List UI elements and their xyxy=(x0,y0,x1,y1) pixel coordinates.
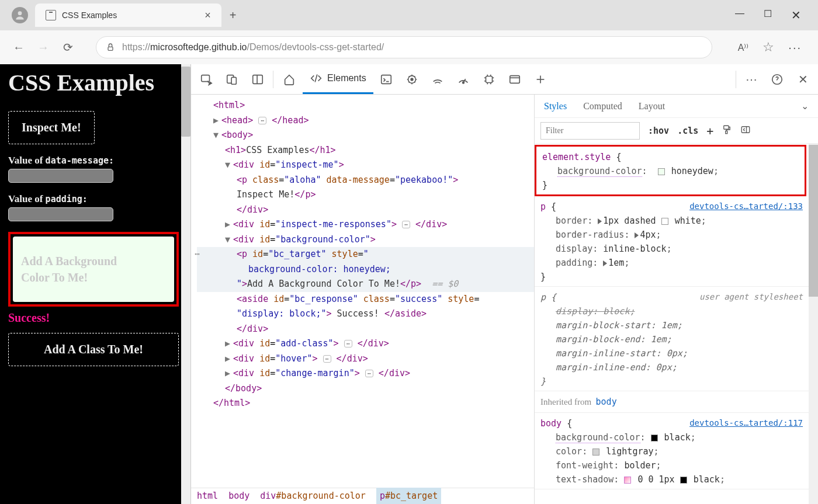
read-aloud-icon[interactable]: A⁾⁾ xyxy=(738,42,749,53)
breadcrumb-body[interactable]: body xyxy=(228,489,249,504)
styles-tab-computed[interactable]: Computed xyxy=(583,101,622,112)
devtools-panel: Elements ⋯ ✕ xyxy=(190,64,818,504)
network-tab-icon[interactable] xyxy=(425,67,450,92)
data-message-label: Value of data-message: xyxy=(8,155,179,166)
ua-p-rule: user agent stylesheet p { display: block… xyxy=(535,287,809,391)
help-icon[interactable] xyxy=(764,67,790,92)
cls-button[interactable]: .cls xyxy=(677,126,698,136)
window-controls: ― ☐ ✕ xyxy=(734,8,813,22)
styles-tabs: Styles Computed Layout ⌄ xyxy=(535,95,818,118)
forward-button[interactable]: → xyxy=(35,41,51,54)
favorite-icon[interactable]: ☆ xyxy=(762,40,774,55)
performance-tab-icon[interactable] xyxy=(450,67,476,92)
breadcrumb-html[interactable]: html xyxy=(197,489,218,504)
svg-rect-18 xyxy=(726,131,727,134)
breadcrumb[interactable]: html body div#background-color p#bc_targ… xyxy=(191,488,534,504)
styles-scrollbar[interactable] xyxy=(809,144,818,504)
lock-icon xyxy=(106,43,115,52)
svg-rect-5 xyxy=(253,75,263,84)
close-window-icon[interactable]: ✕ xyxy=(790,8,802,22)
styles-filter-input[interactable] xyxy=(540,122,640,140)
dock-icon[interactable] xyxy=(245,67,271,92)
devtools-close-icon[interactable]: ✕ xyxy=(790,67,816,92)
inherited-from-label: Inherited from body xyxy=(535,391,809,413)
padding-label: Value of padding: xyxy=(8,193,179,205)
devtools-more-icon[interactable]: ⋯ xyxy=(739,67,764,92)
computed-sidebar-icon[interactable] xyxy=(740,124,751,137)
elements-panel: <html> ▶<head> ⋯ </head> ▼<body> <h1>CSS… xyxy=(191,95,534,504)
new-tab-button[interactable]: + xyxy=(230,9,237,22)
hov-button[interactable]: :hov xyxy=(648,126,669,136)
element-style-rule[interactable]: element.style { background-color: honeyd… xyxy=(535,145,806,196)
tab-title: CSS Examples xyxy=(62,11,117,20)
browser-tab[interactable]: CSS Examples × xyxy=(35,4,221,27)
svg-rect-2 xyxy=(202,75,210,81)
device-toggle-icon[interactable] xyxy=(219,67,245,92)
profile-icon[interactable] xyxy=(12,7,28,23)
maximize-icon[interactable]: ☐ xyxy=(762,8,774,22)
url-text: https://microsoftedge.github.io/Demos/de… xyxy=(122,42,384,53)
svg-rect-7 xyxy=(381,75,391,84)
breadcrumb-p[interactable]: p#bc_target xyxy=(376,488,441,504)
body-rule[interactable]: devtools-cs…tarted/:117 body { backgroun… xyxy=(535,413,809,489)
memory-tab-icon[interactable] xyxy=(476,67,502,92)
add-class-box[interactable]: Add A Class To Me! xyxy=(8,333,179,366)
refresh-button[interactable]: ⟳ xyxy=(60,40,76,54)
bc-target-box[interactable]: Add A BackgroundColor To Me! xyxy=(13,237,174,302)
styles-rules[interactable]: element.style { background-color: honeyd… xyxy=(535,144,809,504)
styles-filter-row: :hov .cls + xyxy=(535,118,818,144)
svg-rect-19 xyxy=(742,126,750,133)
breadcrumb-div[interactable]: div#background-color xyxy=(260,489,366,504)
minimize-icon[interactable]: ― xyxy=(734,8,746,22)
page-icon xyxy=(46,10,56,20)
new-style-rule-icon[interactable]: + xyxy=(706,124,713,138)
more-icon[interactable]: ··· xyxy=(788,41,802,54)
chevron-down-icon[interactable]: ⌄ xyxy=(801,100,809,112)
elements-tab[interactable]: Elements xyxy=(303,65,373,94)
close-tab-icon[interactable]: × xyxy=(204,9,211,22)
nav-bar: ← → ⟳ https://microsoftedge.github.io/De… xyxy=(0,30,818,64)
dom-tree[interactable]: <html> ▶<head> ⋯ </head> ▼<body> <h1>CSS… xyxy=(191,95,534,488)
inspect-element-icon[interactable] xyxy=(193,67,219,92)
application-tab-icon[interactable] xyxy=(502,67,528,92)
welcome-tab[interactable] xyxy=(276,65,303,94)
add-tab-icon[interactable] xyxy=(528,67,553,92)
selected-element-highlight: Add A BackgroundColor To Me! xyxy=(8,232,179,307)
console-tab-icon[interactable] xyxy=(373,67,399,92)
data-message-input[interactable] xyxy=(8,169,113,183)
title-bar: CSS Examples × + ― ☐ ✕ xyxy=(0,0,818,30)
styles-tab-styles[interactable]: Styles xyxy=(544,101,567,112)
svg-rect-4 xyxy=(231,77,236,84)
styles-tab-layout[interactable]: Layout xyxy=(639,101,665,112)
rule-source-link[interactable]: devtools-cs…tarted/:133 xyxy=(689,200,803,213)
paint-icon[interactable] xyxy=(722,124,732,137)
svg-rect-11 xyxy=(486,76,492,82)
styles-panel: Styles Computed Layout ⌄ :hov .cls + xyxy=(534,95,818,504)
success-text: Success! xyxy=(8,311,179,325)
svg-point-9 xyxy=(411,78,413,81)
svg-rect-12 xyxy=(509,75,519,83)
rule-source-link[interactable]: devtools-cs…tarted/:117 xyxy=(689,416,803,429)
page-viewport: CSS Examples Inspect Me! Value of data-m… xyxy=(0,64,190,504)
svg-point-10 xyxy=(462,82,464,84)
address-bar[interactable]: https://microsoftedge.github.io/Demos/de… xyxy=(96,36,712,58)
inspect-me-box[interactable]: Inspect Me! xyxy=(8,111,95,144)
page-heading: CSS Examples xyxy=(8,69,179,97)
page-scrollbar[interactable] xyxy=(181,64,190,504)
svg-point-0 xyxy=(18,11,22,15)
svg-rect-17 xyxy=(724,126,729,129)
sources-tab-icon[interactable] xyxy=(399,67,425,92)
padding-input[interactable] xyxy=(8,207,113,221)
devtools-toolbar: Elements ⋯ ✕ xyxy=(191,64,818,95)
back-button[interactable]: ← xyxy=(11,41,27,54)
p-rule[interactable]: devtools-cs…tarted/:133 p { border: 1px … xyxy=(535,196,809,287)
svg-rect-1 xyxy=(108,47,113,50)
